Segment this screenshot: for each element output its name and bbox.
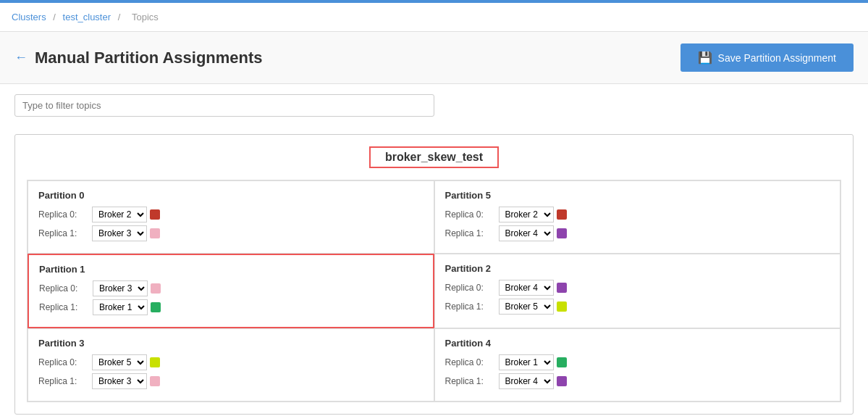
- replica-label: Replica 1:: [38, 228, 89, 238]
- breadcrumb-cluster[interactable]: test_cluster: [63, 12, 111, 22]
- page-title-area: ← Manual Partition Assignments: [14, 49, 263, 67]
- replica-label: Replica 0:: [445, 357, 496, 367]
- breadcrumb-topics: Topics: [132, 12, 159, 22]
- partition-name-2: Partition 2: [445, 263, 830, 274]
- partitions-grid: Partition 0Replica 0:Broker 1Broker 2Bro…: [27, 180, 841, 402]
- broker-color-swatch: [557, 357, 567, 367]
- partition-name-4: Partition 4: [445, 338, 830, 349]
- replica-row-p4-r1: Replica 1:Broker 1Broker 2Broker 3Broker…: [445, 373, 830, 389]
- partition-name-1: Partition 1: [39, 264, 423, 275]
- partition-cell-1: Partition 1Replica 0:Broker 1Broker 2Bro…: [28, 254, 434, 328]
- replica-row-p1-r0: Replica 0:Broker 1Broker 2Broker 3Broker…: [39, 280, 423, 296]
- broker-color-swatch: [557, 376, 567, 386]
- partition-cell-3: Partition 3Replica 0:Broker 1Broker 2Bro…: [28, 328, 434, 402]
- broker-color-swatch: [150, 209, 160, 220]
- replica-row-p1-r1: Replica 1:Broker 1Broker 2Broker 3Broker…: [39, 299, 423, 315]
- broker-select-p0-r1[interactable]: Broker 1Broker 2Broker 3Broker 4Broker 5: [92, 225, 147, 241]
- broker-color-swatch: [557, 301, 567, 312]
- partition-name-0: Partition 0: [38, 190, 424, 201]
- replica-row-p0-r1: Replica 1:Broker 1Broker 2Broker 3Broker…: [38, 225, 424, 241]
- topic-title: broker_skew_test: [369, 146, 499, 168]
- partition-name-3: Partition 3: [38, 338, 424, 349]
- broker-color-swatch: [557, 283, 567, 293]
- save-button-label: Save Partition Assignment: [718, 52, 836, 64]
- broker-select-p5-r0[interactable]: Broker 1Broker 2Broker 3Broker 4Broker 5: [499, 207, 554, 222]
- partition-name-5: Partition 5: [445, 190, 830, 201]
- replica-label: Replica 0:: [38, 357, 89, 367]
- topic-title-wrapper: broker_skew_test: [27, 146, 841, 168]
- replica-label: Replica 0:: [445, 283, 496, 293]
- replica-row-p2-r0: Replica 0:Broker 1Broker 2Broker 3Broker…: [445, 280, 830, 296]
- replica-label: Replica 1:: [38, 376, 89, 386]
- broker-color-swatch: [151, 302, 161, 312]
- partition-cell-5: Partition 5Replica 0:Broker 1Broker 2Bro…: [434, 180, 841, 254]
- broker-select-p2-r1[interactable]: Broker 1Broker 2Broker 3Broker 4Broker 5: [499, 299, 554, 315]
- broker-select-p2-r0[interactable]: Broker 1Broker 2Broker 3Broker 4Broker 5: [499, 280, 554, 296]
- page-title: Manual Partition Assignments: [35, 49, 263, 67]
- broker-color-swatch: [557, 209, 567, 220]
- replica-label: Replica 1:: [445, 376, 496, 386]
- replica-label: Replica 1:: [445, 228, 496, 238]
- breadcrumb: Clusters / test_cluster / Topics: [0, 3, 868, 32]
- broker-select-p1-r0[interactable]: Broker 1Broker 2Broker 3Broker 4Broker 5: [93, 280, 148, 296]
- partition-cell-2: Partition 2Replica 0:Broker 1Broker 2Bro…: [434, 254, 841, 328]
- filter-area: [0, 84, 868, 127]
- replica-row-p5-r0: Replica 0:Broker 1Broker 2Broker 3Broker…: [445, 207, 830, 222]
- broker-select-p0-r0[interactable]: Broker 1Broker 2Broker 3Broker 4Broker 5: [92, 207, 147, 222]
- replica-row-p0-r0: Replica 0:Broker 1Broker 2Broker 3Broker…: [38, 207, 424, 222]
- replica-row-p3-r0: Replica 0:Broker 1Broker 2Broker 3Broker…: [38, 354, 424, 370]
- partition-cell-0: Partition 0Replica 0:Broker 1Broker 2Bro…: [28, 180, 434, 254]
- broker-select-p4-r0[interactable]: Broker 1Broker 2Broker 3Broker 4Broker 5: [499, 354, 554, 370]
- broker-color-swatch: [150, 228, 160, 238]
- replica-label: Replica 1:: [445, 301, 496, 312]
- broker-color-swatch: [150, 376, 160, 386]
- content-area: broker_skew_test Partition 0Replica 0:Br…: [0, 127, 868, 416]
- save-partition-button[interactable]: 💾 Save Partition Assignment: [681, 43, 854, 72]
- page-header: ← Manual Partition Assignments 💾 Save Pa…: [0, 32, 868, 84]
- filter-input[interactable]: [14, 94, 434, 117]
- broker-select-p4-r1[interactable]: Broker 1Broker 2Broker 3Broker 4Broker 5: [499, 373, 554, 389]
- partition-cell-4: Partition 4Replica 0:Broker 1Broker 2Bro…: [434, 328, 841, 402]
- replica-label: Replica 0:: [38, 209, 89, 220]
- replica-row-p4-r0: Replica 0:Broker 1Broker 2Broker 3Broker…: [445, 354, 830, 370]
- replica-row-p3-r1: Replica 1:Broker 1Broker 2Broker 3Broker…: [38, 373, 424, 389]
- replica-row-p5-r1: Replica 1:Broker 1Broker 2Broker 3Broker…: [445, 225, 830, 241]
- replica-row-p2-r1: Replica 1:Broker 1Broker 2Broker 3Broker…: [445, 299, 830, 315]
- save-icon: 💾: [698, 51, 712, 65]
- replica-label: Replica 0:: [39, 283, 90, 294]
- broker-select-p5-r1[interactable]: Broker 1Broker 2Broker 3Broker 4Broker 5: [499, 225, 554, 241]
- broker-select-p1-r1[interactable]: Broker 1Broker 2Broker 3Broker 4Broker 5: [93, 299, 148, 315]
- breadcrumb-clusters[interactable]: Clusters: [12, 12, 46, 22]
- replica-label: Replica 0:: [445, 209, 496, 220]
- broker-select-p3-r1[interactable]: Broker 1Broker 2Broker 3Broker 4Broker 5: [92, 373, 147, 389]
- broker-color-swatch: [151, 283, 161, 294]
- topic-container: broker_skew_test Partition 0Replica 0:Br…: [14, 134, 854, 415]
- replica-label: Replica 1:: [39, 302, 90, 312]
- broker-color-swatch: [150, 357, 160, 367]
- broker-select-p3-r0[interactable]: Broker 1Broker 2Broker 3Broker 4Broker 5: [92, 354, 147, 370]
- broker-color-swatch: [557, 228, 567, 238]
- back-arrow-icon[interactable]: ←: [14, 50, 28, 65]
